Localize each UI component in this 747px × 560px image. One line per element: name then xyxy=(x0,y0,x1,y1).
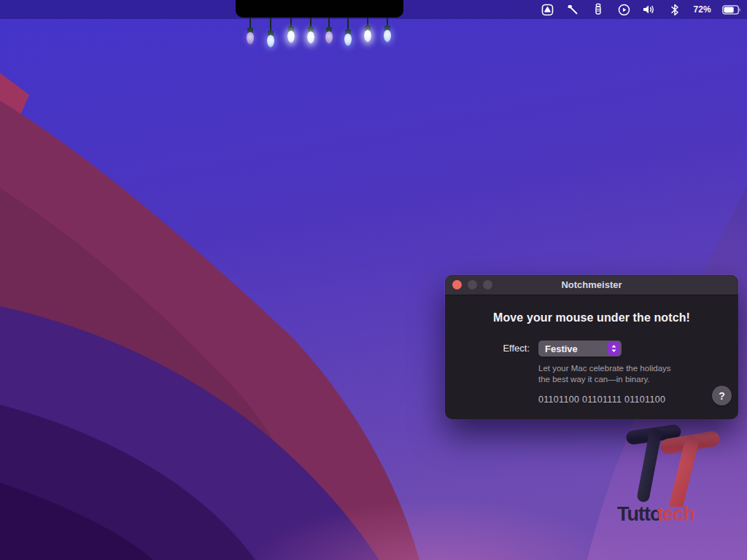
wordmark-tech: tech xyxy=(657,503,694,525)
status-icons: 72% xyxy=(540,0,747,19)
effect-description-line1: Let your Mac celebrate the holidays xyxy=(538,364,671,373)
bug-icon[interactable] xyxy=(591,2,605,17)
effect-dropdown-value: Festive xyxy=(538,343,608,354)
battery-percentage: 72% xyxy=(693,4,711,15)
zoom-button[interactable] xyxy=(483,280,492,289)
hammer-icon[interactable] xyxy=(565,2,580,17)
binary-readout: 01101100 01101111 01101100 xyxy=(538,394,665,405)
effect-description: Let your Mac celebrate the holidays the … xyxy=(538,363,671,384)
effect-dropdown[interactable]: Festive xyxy=(538,341,622,357)
effect-description-line2: the best way it can—in binary. xyxy=(538,375,650,384)
effect-row: Effect: Festive xyxy=(445,341,738,357)
notch xyxy=(236,0,403,18)
battery-icon xyxy=(722,2,741,17)
battery-fill xyxy=(724,7,733,12)
volume-icon[interactable] xyxy=(642,2,657,17)
notchmeister-window: Notchmeister Move your mouse under the n… xyxy=(445,275,738,419)
wordmark-tutto: Tutto xyxy=(617,503,661,525)
bluetooth-icon[interactable] xyxy=(667,2,682,17)
window-heading: Move your mouse under the notch! xyxy=(445,311,738,324)
traffic-lights xyxy=(452,280,492,289)
notch-app-icon[interactable] xyxy=(540,2,554,17)
tuttotech-watermark: Tuttotech xyxy=(613,423,729,536)
effect-label: Effect: xyxy=(503,343,530,354)
window-titlebar[interactable]: Notchmeister xyxy=(445,275,738,295)
chevron-up-down-icon xyxy=(608,342,620,355)
help-button[interactable]: ? xyxy=(712,386,732,405)
minimize-button[interactable] xyxy=(468,280,477,289)
desktop: 72% Notchmeister Move your mouse under t… xyxy=(0,0,747,560)
play-circle-icon[interactable] xyxy=(616,2,631,17)
tuttotech-wordmark: Tuttotech xyxy=(617,503,727,526)
logo-t-red xyxy=(668,439,712,505)
close-button[interactable] xyxy=(452,280,462,289)
